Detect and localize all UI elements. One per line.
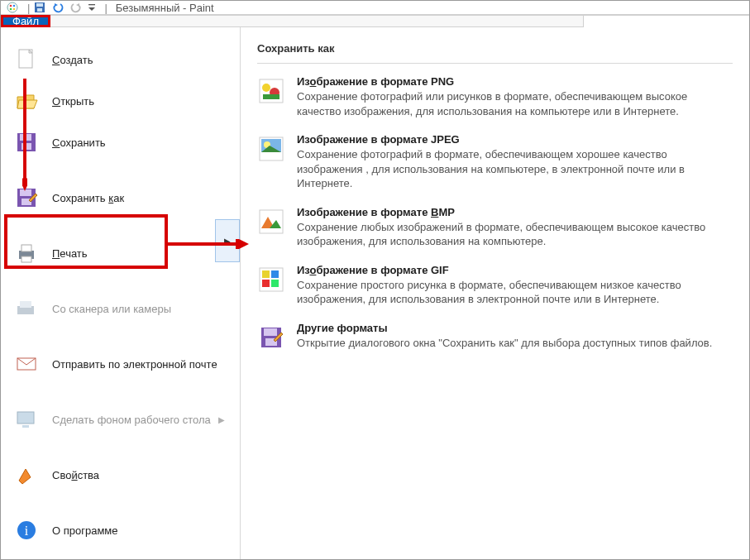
bmp-icon <box>257 208 285 236</box>
png-icon <box>257 77 285 105</box>
menu-item-label: Создать <box>52 54 228 66</box>
menu-item-label: Со сканера или камеры <box>52 303 228 315</box>
svg-rect-37 <box>271 270 279 278</box>
window-title: Безымянный - Paint <box>116 2 214 14</box>
menu-item-label: Сохранить <box>52 136 228 149</box>
svg-rect-41 <box>264 328 277 336</box>
format-item-gif[interactable]: Изображение в формате GIF Сохранение про… <box>257 264 733 307</box>
svg-point-4 <box>13 8 16 11</box>
gif-icon <box>257 266 285 294</box>
file-tab-label: Файл <box>12 15 39 27</box>
svg-rect-11 <box>20 134 31 141</box>
format-list: Изображение в формате PNG Сохранение фот… <box>257 75 733 352</box>
svg-rect-8 <box>88 4 95 5</box>
svg-rect-23 <box>22 425 29 428</box>
svg-rect-20 <box>20 301 31 308</box>
svg-point-1 <box>10 5 12 7</box>
title-separator: | <box>104 2 107 14</box>
format-item-other[interactable]: Другие форматы Открытие диалогового окна… <box>257 322 733 352</box>
svg-rect-7 <box>37 8 42 12</box>
save-as-icon <box>12 184 41 212</box>
svg-rect-12 <box>21 143 31 150</box>
svg-rect-38 <box>262 280 270 287</box>
info-icon: i <box>12 516 41 544</box>
svg-point-3 <box>10 8 12 11</box>
wallpaper-icon <box>12 405 41 433</box>
menu-item-label: Сохранить как <box>52 192 228 204</box>
svg-rect-36 <box>262 270 270 278</box>
file-menu-left: Создать Открыть Сохранить Сохранить <box>1 27 241 560</box>
file-menu: Создать Открыть Сохранить Сохранить <box>1 27 749 560</box>
menu-item-save[interactable]: Сохранить <box>1 122 240 163</box>
jpeg-icon <box>257 135 285 163</box>
saveas-panel-heading: Сохранить как <box>257 42 733 64</box>
menu-item-label: Печать <box>52 247 218 260</box>
format-item-png[interactable]: Изображение в формате PNG Сохранение фот… <box>257 75 733 118</box>
format-title: Изображение в формате GIF <box>297 264 733 276</box>
qat-save-icon[interactable] <box>33 1 46 14</box>
print-icon <box>12 239 41 267</box>
format-desc: Сохранение простого рисунка в формате, о… <box>297 278 733 307</box>
save-icon <box>12 128 41 156</box>
svg-point-0 <box>7 2 17 12</box>
menu-item-new[interactable]: Создать <box>1 39 240 80</box>
menu-item-label: Открыть <box>52 95 228 108</box>
menu-item-open[interactable]: Открыть <box>1 80 240 122</box>
menu-item-label: О программе <box>52 524 228 537</box>
properties-icon <box>12 461 41 489</box>
ribbon-area <box>50 15 584 27</box>
submenu-arrow-icon: ▶ <box>218 415 228 424</box>
format-title: Другие форматы <box>297 322 733 334</box>
titlebar: | | Безымянный - Paint <box>1 1 749 15</box>
format-desc: Сохранение фотографий в формате, обеспеч… <box>297 147 733 191</box>
menu-item-label: Отправить по электронной почте <box>52 358 228 371</box>
format-desc: Сохранение фотографий или рисунков в фор… <box>297 89 733 118</box>
svg-rect-18 <box>21 256 31 262</box>
menu-item-save-as[interactable]: Сохранить как <box>1 177 240 218</box>
format-title: Изображение в формате PNG <box>297 75 733 88</box>
format-title: Изображение в формате JPEG <box>297 133 733 146</box>
svg-rect-6 <box>36 3 43 7</box>
paint-window: | | Безымянный - Paint Файл <box>0 0 750 560</box>
format-desc: Открытие диалогового окна "Сохранить как… <box>297 336 733 351</box>
svg-point-28 <box>262 84 270 92</box>
email-icon <box>12 350 41 378</box>
qat-undo-icon[interactable] <box>51 1 64 14</box>
svg-rect-34 <box>260 210 283 233</box>
svg-point-2 <box>13 5 16 7</box>
qat-customize-icon[interactable] <box>88 1 96 14</box>
file-tab[interactable]: Файл <box>1 15 50 27</box>
menu-item-label: Сделать фоном рабочего стола <box>52 414 218 426</box>
menu-item-properties[interactable]: Свойства <box>1 454 240 495</box>
file-menu-right: Сохранить как Изображение в формате PNG … <box>241 27 749 560</box>
svg-rect-17 <box>21 245 31 251</box>
saveas-submenu-button[interactable]: ▶ <box>215 219 240 262</box>
qat-separator: | <box>27 2 30 14</box>
paint-app-icon <box>6 1 19 14</box>
menu-item-email[interactable]: Отправить по электронной почте <box>1 343 240 385</box>
menu-item-about[interactable]: i О программе <box>1 510 240 551</box>
format-item-bmp[interactable]: Изображение в формате BMP Сохранение люб… <box>257 206 733 249</box>
menu-item-wallpaper: Сделать фоном рабочего стола ▶ <box>1 399 240 440</box>
other-format-icon <box>257 323 285 352</box>
menu-item-print[interactable]: Печать ▶ <box>1 232 240 274</box>
menu-item-label: Свойства <box>52 469 228 481</box>
svg-rect-22 <box>17 412 34 424</box>
ribbon-tabs: Файл <box>1 15 749 27</box>
format-item-jpeg[interactable]: Изображение в формате JPEG Сохранение фо… <box>257 133 733 191</box>
format-title: Изображение в формате BMP <box>297 206 733 218</box>
svg-text:i: i <box>25 524 29 538</box>
open-icon <box>12 87 41 115</box>
qat-redo-icon[interactable] <box>69 1 83 14</box>
svg-rect-30 <box>263 94 279 99</box>
svg-rect-14 <box>20 189 31 196</box>
scanner-icon <box>12 294 41 323</box>
svg-rect-39 <box>271 280 279 287</box>
new-icon <box>12 45 41 74</box>
menu-item-scanner: Со сканера или камеры <box>1 288 240 329</box>
format-desc: Сохранение любых изображений в формате, … <box>297 220 733 249</box>
